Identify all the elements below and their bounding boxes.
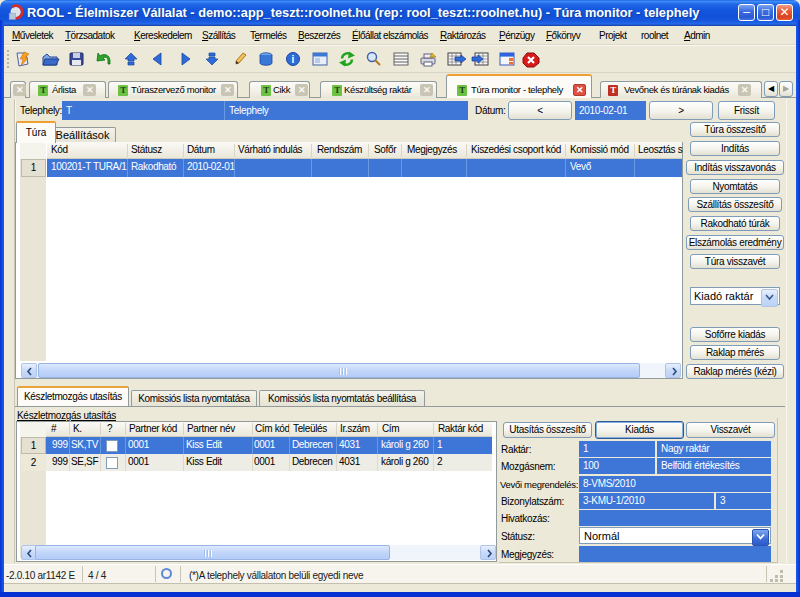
svg-text:i: i: [292, 54, 295, 65]
